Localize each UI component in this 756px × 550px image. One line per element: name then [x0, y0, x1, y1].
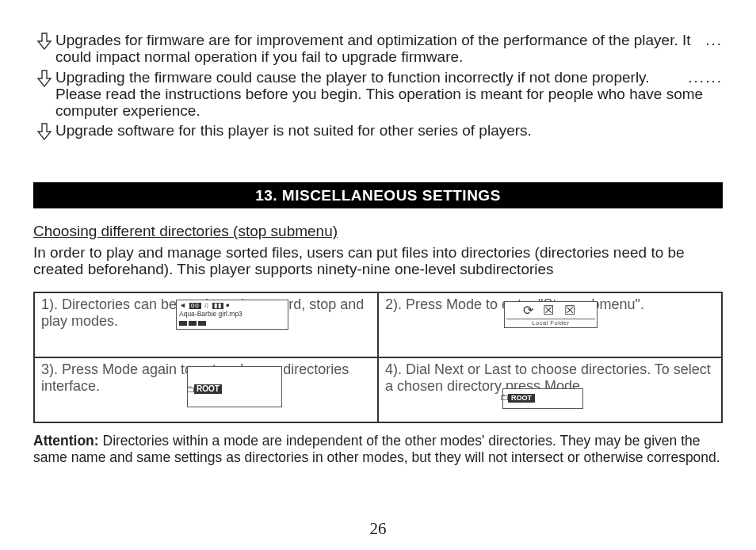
intro-paragraph: In order to play and manage sorted files…: [33, 244, 723, 278]
bullet-text: ...... Upgrading the firmware could caus…: [55, 69, 723, 120]
lcd-status-icons: ◄00♫▮▮●: [179, 302, 285, 309]
lcd-mock-2: ⟳ ☒ ☒ Local Folder: [504, 301, 598, 328]
bullet-row: ... Upgrades for firmware are for improv…: [33, 32, 723, 66]
bullet-arrow-icon: [33, 69, 55, 88]
bullet-row: Upgrade software for this player is not …: [33, 122, 723, 141]
trailing-dots: ......: [688, 69, 723, 86]
lcd-bars: [179, 319, 285, 327]
lcd-filename: Aqua-Barbie girl.mp3: [179, 311, 285, 318]
attention-note: Attention: Directories within a mode are…: [33, 433, 723, 464]
page-number: 26: [0, 520, 756, 539]
lcd-root-tag: ROOT: [194, 384, 222, 394]
attention-text: Directories within a mode are independen…: [33, 433, 720, 464]
manual-page: ... Upgrades for firmware are for improv…: [0, 0, 756, 550]
attention-label: Attention:: [33, 433, 99, 449]
sub-heading: Choosing different directories (stop sub…: [33, 223, 723, 239]
section-heading: 13. MISCELLANEOUS SETTINGS: [33, 182, 723, 208]
step-cell-4: 4). Dial Next or Last to choose director…: [378, 357, 722, 422]
bullet-row: ...... Upgrading the firmware could caus…: [33, 69, 723, 120]
lcd-root-tag: ROOT: [508, 394, 535, 403]
lcd-mock-1: ◄00♫▮▮● Aqua-Barbie girl.mp3: [176, 300, 288, 330]
lcd-mock-4: 🗀 ROOT: [502, 388, 583, 409]
instruction-table: 1). Directories can be made under record…: [33, 292, 723, 423]
svg-marker-0: [38, 33, 51, 49]
step-cell-3: 3). Press Mode again to enter choose dir…: [34, 357, 378, 422]
lcd-caption: Local Folder: [506, 319, 595, 327]
bullet-arrow-icon: [33, 122, 55, 141]
svg-marker-1: [38, 71, 51, 86]
bullet-text: Upgrade software for this player is not …: [55, 122, 723, 139]
lcd-mock-3: 🗀 ROOT: [187, 366, 282, 407]
bullet-text: ... Upgrades for firmware are for improv…: [55, 32, 723, 66]
bullet-arrow-icon: [33, 32, 55, 51]
step-cell-2: 2). Press Mode to enter "Stop submenu". …: [378, 292, 722, 357]
lcd-icon-row: ⟳ ☒ ☒: [506, 304, 595, 317]
trailing-dots: ...: [705, 32, 723, 48]
svg-marker-2: [38, 124, 51, 139]
step-cell-1: 1). Directories can be made under record…: [34, 292, 378, 357]
